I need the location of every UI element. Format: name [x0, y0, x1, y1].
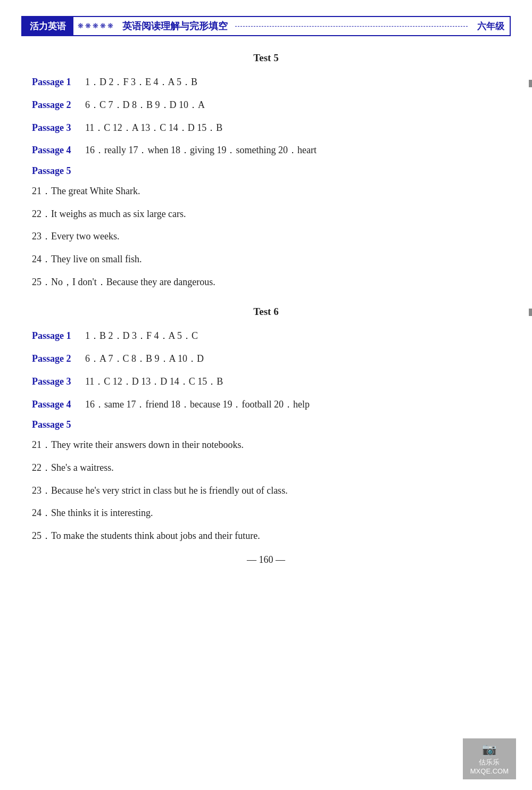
test5-passage4-label: Passage 4	[32, 143, 85, 158]
list-item: 23．Because he's very strict in class but…	[32, 483, 500, 499]
test5-passage1-answers: 1．D 2．F 3．E 4．A 5．B	[85, 74, 197, 90]
test5-passage1-row: Passage 1 1．D 2．F 3．E 4．A 5．B	[32, 74, 500, 90]
header-title: 英语阅读理解与完形填空	[119, 20, 231, 32]
test5-passage3-label: Passage 3	[32, 120, 85, 136]
list-item: 25．To make the students think about jobs…	[32, 528, 500, 544]
test5-title: Test 5	[32, 52, 500, 64]
test6-passage2-row: Passage 2 6．A 7．C 8．B 9．A 10．D	[32, 351, 500, 367]
test6-passage1-answers: 1．B 2．D 3．F 4．A 5．C	[85, 328, 198, 344]
test6-passage2-answers: 6．A 7．C 8．B 9．A 10．D	[85, 351, 204, 367]
list-item: 21．They write their answers down in thei…	[32, 437, 500, 453]
list-item: 24．They live on small fish.	[32, 251, 500, 268]
list-item: 22．She's a waitress.	[32, 460, 500, 476]
test6-passage3-label: Passage 3	[32, 374, 85, 389]
watermark-line2: MXQE.COM	[470, 767, 509, 775]
header-bar: 活力英语 ❋❋❋❋❋ 英语阅读理解与完形填空 六年级	[21, 16, 511, 36]
test6-passage2-label: Passage 2	[32, 351, 85, 367]
test5-passage2-label: Passage 2	[32, 97, 85, 113]
test6-passage4-label: Passage 4	[32, 397, 85, 412]
list-item: 24．She thinks it is interesting.	[32, 505, 500, 521]
test6-passage4-row: Passage 4 16．same 17．friend 18．because 1…	[32, 397, 500, 412]
test6-passage3-row: Passage 3 11．C 12．D 13．D 14．C 15．B	[32, 374, 500, 389]
watermark-icon: 📷	[470, 743, 509, 756]
watermark: 📷 估乐乐 MXQE.COM	[463, 738, 516, 779]
logo: 活力英语	[22, 17, 73, 35]
header-grade: 六年级	[472, 20, 510, 32]
test6-passage4-answers: 16．same 17．friend 18．because 19．football…	[85, 397, 310, 412]
test5-passage4-answers: 16．really 17．when 18．giving 19．something…	[85, 143, 317, 158]
test5-passage4-row: Passage 4 16．really 17．when 18．giving 19…	[32, 143, 500, 158]
logo-text: 活力英语	[30, 20, 66, 32]
edge-tick-1	[529, 80, 532, 87]
test6-passage1-label: Passage 1	[32, 328, 85, 344]
test5-passage3-row: Passage 3 11．C 12．A 13．C 14．D 15．B	[32, 120, 500, 136]
header-dots: ❋❋❋❋❋	[73, 22, 119, 30]
main-content: Test 5 Passage 1 1．D 2．F 3．E 4．A 5．B Pas…	[0, 52, 532, 566]
header-dotted-line	[235, 26, 468, 27]
test5-passage5-items: 21．The great White Shark.22．It weighs as…	[32, 183, 500, 290]
test6-title: Test 6	[32, 306, 500, 318]
test5-passage3-answers: 11．C 12．A 13．C 14．D 15．B	[85, 120, 222, 136]
list-item: 22．It weighs as much as six large cars.	[32, 206, 500, 222]
test5-passage2-row: Passage 2 6．C 7．D 8．B 9．D 10．A	[32, 97, 500, 113]
test6-passage3-answers: 11．C 12．D 13．D 14．C 15．B	[85, 374, 223, 389]
watermark-box: 📷 估乐乐 MXQE.COM	[463, 738, 516, 779]
edge-tick-2	[529, 309, 532, 316]
test5-passage1-label: Passage 1	[32, 74, 85, 90]
list-item: 23．Every two weeks.	[32, 228, 500, 245]
test6-passage5-items: 21．They write their answers down in thei…	[32, 437, 500, 544]
watermark-line1: 估乐乐	[479, 758, 500, 766]
test5-passage2-answers: 6．C 7．D 8．B 9．D 10．A	[85, 97, 205, 113]
test6-passage1-row: Passage 1 1．B 2．D 3．F 4．A 5．C	[32, 328, 500, 344]
test5-passage5-label: Passage 5	[32, 165, 500, 177]
list-item: 21．The great White Shark.	[32, 183, 500, 199]
test6-passage5-label: Passage 5	[32, 419, 500, 430]
list-item: 25．No，I don't．Because they are dangerous…	[32, 274, 500, 290]
page-number: — 160 —	[32, 554, 500, 566]
